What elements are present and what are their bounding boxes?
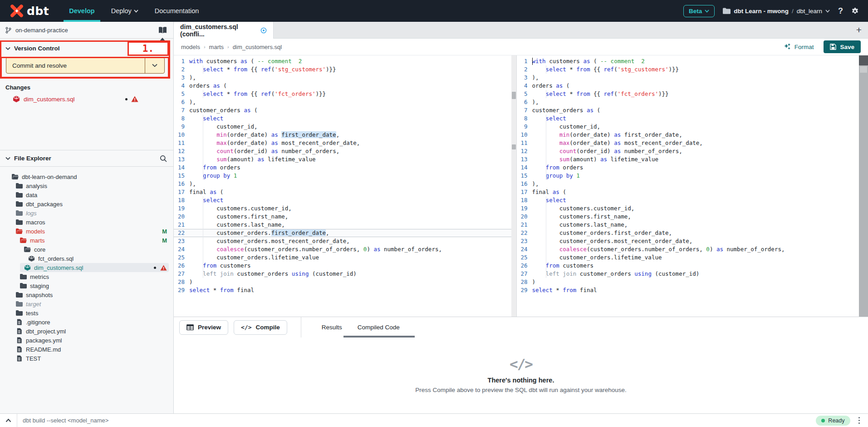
tree-item-tests[interactable]: tests: [0, 308, 173, 318]
code-line-9[interactable]: 9 customer_id,: [174, 123, 516, 131]
code-line-13[interactable]: 13 sum(amount) as lifetime_value: [174, 155, 516, 164]
nav-tab-deploy[interactable]: Deploy: [103, 0, 147, 22]
code-line-1[interactable]: 1with customers as ( -- comment 2: [517, 57, 859, 65]
code-line-28[interactable]: 28): [174, 278, 516, 286]
code-line-28[interactable]: 28): [517, 278, 859, 286]
code-line-22[interactable]: 22 customer_orders.first_order_date,: [174, 229, 516, 237]
code-line-29[interactable]: 29select * from final: [517, 286, 859, 294]
compile-button[interactable]: </> Compile: [234, 320, 287, 335]
code-line-16[interactable]: 16),: [174, 180, 516, 188]
file-explorer-header[interactable]: File Explorer: [0, 150, 173, 167]
tree-item-dbt-learn-on-demand[interactable]: dbt-learn-on-demand: [0, 172, 173, 181]
tree-item-dbt-project-yml[interactable]: dbt_project.yml: [0, 327, 173, 336]
nav-tab-documentation[interactable]: Documentation: [147, 0, 207, 22]
branch-selector[interactable]: on-demand-practice: [0, 22, 173, 39]
editor-pane-right[interactable]: 1with customers as ( -- comment 22 selec…: [517, 55, 859, 317]
code-line-7[interactable]: 7customer_orders as (: [517, 106, 859, 114]
tree-item-staging[interactable]: staging: [0, 281, 173, 290]
code-line-5[interactable]: 5 select * from {{ ref('fct_orders')}}: [174, 90, 516, 98]
code-line-12[interactable]: 12 count(order_id) as number_of_orders,: [517, 147, 859, 155]
code-line-18[interactable]: 18 select: [174, 196, 516, 204]
code-line-8[interactable]: 8 select: [517, 114, 859, 123]
beta-button[interactable]: Beta: [683, 5, 715, 17]
code-line-6[interactable]: 6),: [517, 98, 859, 106]
tree-item-target[interactable]: target: [0, 299, 173, 308]
code-line-23[interactable]: 23 customer_orders.most_recent_order_dat…: [517, 237, 859, 245]
code-line-21[interactable]: 21 customers.last_name,: [174, 221, 516, 229]
breadcrumb-marts[interactable]: marts: [209, 44, 224, 50]
code-line-8[interactable]: 8 select: [174, 114, 516, 123]
code-line-3[interactable]: 3),: [174, 74, 516, 82]
format-button[interactable]: Format: [784, 43, 814, 50]
tree-item-dbt-packages[interactable]: dbt_packages: [0, 199, 173, 209]
code-line-25[interactable]: 25 customer_orders.lifetime_value: [174, 253, 516, 262]
commit-dropdown-toggle[interactable]: [145, 58, 164, 73]
code-line-19[interactable]: 19 customers.customer_id,: [517, 204, 859, 213]
kebab-menu-icon[interactable]: [856, 415, 863, 426]
code-line-18[interactable]: 18 select: [517, 196, 859, 204]
gear-icon[interactable]: [851, 7, 859, 15]
code-line-2[interactable]: 2 select * from {{ ref('stg_customers')}…: [517, 65, 859, 74]
chevron-up-icon[interactable]: [5, 418, 11, 422]
code-line-12[interactable]: 12 count(order_id) as number_of_orders,: [174, 147, 516, 155]
tab-compiled-code[interactable]: Compiled Code: [350, 317, 407, 338]
tab-results[interactable]: Results: [314, 317, 350, 338]
code-line-20[interactable]: 20 customers.first_name,: [517, 213, 859, 221]
scrollbar-thumb[interactable]: [860, 66, 867, 73]
editor-tab-dim-customers[interactable]: dim_customers.sql (confli...: [174, 22, 274, 39]
tree-item--gitignore[interactable]: .gitignore: [0, 318, 173, 327]
breadcrumb-models[interactable]: models: [181, 44, 200, 50]
account-project-selector[interactable]: dbt Learn - mwong / dbt_learn: [723, 8, 830, 15]
code-line-11[interactable]: 11 max(order_date) as most_recent_order_…: [174, 139, 516, 147]
command-input[interactable]: dbt build --select <model_name>: [23, 417, 810, 424]
tree-item-models[interactable]: modelsM: [0, 227, 173, 236]
code-line-4[interactable]: 4orders as (: [174, 82, 516, 90]
nav-tab-develop[interactable]: Develop: [61, 0, 103, 22]
code-line-14[interactable]: 14 from orders: [517, 164, 859, 172]
code-line-11[interactable]: 11 max(order_date) as most_recent_order_…: [517, 139, 859, 147]
code-line-17[interactable]: 17final as (: [174, 188, 516, 196]
code-line-26[interactable]: 26 from customers: [174, 262, 516, 270]
code-line-1[interactable]: 1with customers as ( -- comment 2: [174, 57, 516, 65]
code-line-27[interactable]: 27 left join customer_orders using (cust…: [174, 270, 516, 278]
editor-scrollbar-right[interactable]: [859, 55, 868, 317]
code-line-29[interactable]: 29select * from final: [174, 286, 516, 294]
code-line-19[interactable]: 19 customers.customer_id,: [174, 204, 516, 213]
code-line-16[interactable]: 16),: [517, 180, 859, 188]
tree-item-test[interactable]: TEST: [0, 354, 173, 363]
tree-item-core[interactable]: core: [0, 245, 173, 254]
code-line-5[interactable]: 5 select * from {{ ref('fct_orders')}}: [517, 90, 859, 98]
tree-item-analysis[interactable]: analysis: [0, 181, 173, 190]
tree-item-packages-yml[interactable]: packages.yml: [0, 336, 173, 345]
ready-status-badge[interactable]: Ready: [816, 416, 850, 426]
editor-pane-left[interactable]: 1with customers as ( -- comment 22 selec…: [174, 55, 516, 317]
tree-item-macros[interactable]: macros: [0, 218, 173, 227]
code-line-17[interactable]: 17final as (: [517, 188, 859, 196]
code-line-9[interactable]: 9 customer_id,: [517, 123, 859, 131]
code-line-4[interactable]: 4orders as (: [517, 82, 859, 90]
version-control-header[interactable]: Version Control: [0, 42, 173, 55]
code-line-10[interactable]: 10 min(order_date) as first_order_date,: [517, 131, 859, 139]
code-line-15[interactable]: 15 group by 1: [517, 172, 859, 180]
preview-button[interactable]: Preview: [179, 320, 228, 335]
code-line-24[interactable]: 24 coalesce(customer_orders.number_of_or…: [174, 245, 516, 253]
tree-item-dim-customers-sql[interactable]: dim_customers.sql: [0, 263, 173, 272]
new-tab-button[interactable]: +: [850, 22, 868, 38]
save-button[interactable]: Save: [824, 40, 861, 53]
code-line-26[interactable]: 26 from customers: [517, 262, 859, 270]
breadcrumb-file[interactable]: dim_customers.sql: [233, 44, 282, 50]
scrollbar-thumb[interactable]: [512, 144, 516, 149]
book-icon[interactable]: [158, 27, 167, 34]
search-icon[interactable]: [160, 155, 167, 162]
code-line-10[interactable]: 10 min(order_date) as first_order_date,: [174, 131, 516, 139]
code-line-6[interactable]: 6),: [174, 98, 516, 106]
changed-file-dim-customers[interactable]: dim_customers.sql: [0, 94, 173, 104]
code-line-25[interactable]: 25 customer_orders.lifetime_value: [517, 253, 859, 262]
tree-item-data[interactable]: data: [0, 190, 173, 199]
scrollbar-thumb[interactable]: [512, 92, 516, 99]
tree-item-logs[interactable]: logs: [0, 209, 173, 218]
code-line-24[interactable]: 24 coalesce(customer_orders.number_of_or…: [517, 245, 859, 253]
tree-item-marts[interactable]: martsM: [0, 236, 173, 245]
tree-item-metrics[interactable]: metrics: [0, 272, 173, 281]
code-line-20[interactable]: 20 customers.first_name,: [174, 213, 516, 221]
